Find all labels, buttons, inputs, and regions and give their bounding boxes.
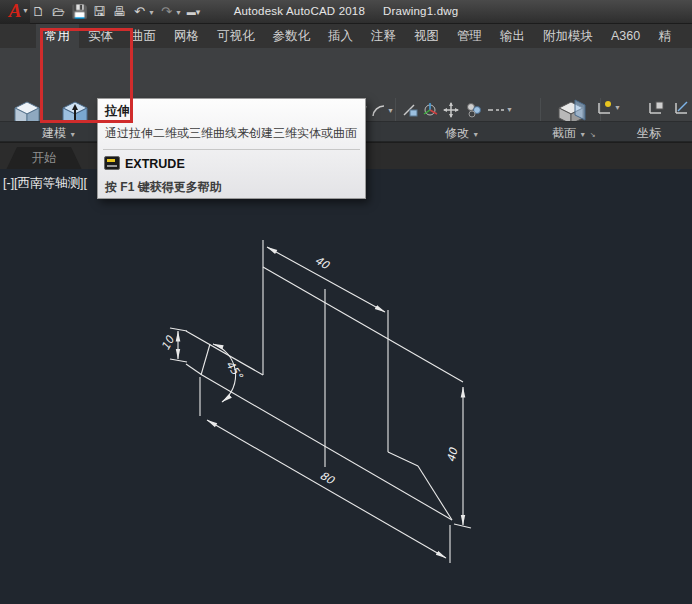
dim-text-left: 10 (159, 333, 178, 352)
ucs-world-icon[interactable] (596, 100, 613, 116)
dim-text-angle: 45° (223, 358, 246, 383)
chevron-down-icon: ▼ (579, 131, 586, 138)
top-edge (263, 267, 463, 382)
tooltip-command: EXTRUDE (125, 157, 185, 171)
drawing-viewport[interactable]: [-][西南等轴测][ (0, 169, 692, 604)
tab-a360[interactable]: A360 (602, 24, 649, 48)
fade-icon[interactable] (487, 106, 505, 114)
dialog-launcher-icon[interactable]: ↘ (590, 131, 596, 138)
upper-left-edge (186, 331, 263, 375)
chamfer-edge (201, 344, 210, 375)
tab-output[interactable]: 输出 (491, 24, 534, 48)
tab-mesh[interactable]: 网格 (165, 24, 208, 48)
viewport-controls[interactable]: [-][西南等轴测][ (3, 175, 87, 192)
lower-left-edge (186, 364, 202, 375)
panel-modify[interactable]: 修改 ▼ (445, 125, 479, 142)
move-3d-icon[interactable] (443, 102, 460, 118)
tooltip-description: 通过拉伸二维或三维曲线来创建三维实体或曲面 (105, 125, 357, 142)
panel-ucs[interactable]: 坐标 (637, 125, 661, 142)
dim-text-top: 40 (312, 254, 331, 273)
highlight-annotation-box (40, 28, 133, 123)
bevel-edge-1 (388, 452, 418, 466)
chevron-down-icon: ▼ (472, 131, 479, 138)
tab-parametric[interactable]: 参数化 (264, 24, 320, 48)
isometric-drawing: 40 80 40 10 45° (0, 169, 692, 604)
dim-text-right: 40 (445, 446, 461, 463)
start-tab[interactable]: 开始 (6, 147, 82, 170)
tab-featured-apps[interactable]: 精 (649, 24, 680, 48)
window-title: Autodesk AutoCAD 2018Drawing1.dwg (0, 5, 692, 17)
chevron-down-icon: ▼ (69, 131, 76, 138)
tab-annotate[interactable]: 注释 (362, 24, 405, 48)
rotate-3d-icon[interactable] (465, 102, 483, 118)
solid-history-icon[interactable] (402, 103, 419, 118)
tab-manage[interactable]: 管理 (448, 24, 491, 48)
dim-text-bottom: 80 (317, 469, 336, 488)
tab-visualize[interactable]: 可视化 (208, 24, 264, 48)
panel-modeling[interactable]: 建模 ▼ (42, 125, 76, 142)
gizmo-icon[interactable] (422, 102, 439, 118)
ucs-named-icon[interactable] (647, 100, 664, 116)
tab-view[interactable]: 视图 (405, 24, 448, 48)
extension-tick (170, 359, 187, 362)
bevel-edge-2 (418, 466, 452, 520)
extension-tick (170, 328, 187, 331)
chevron-down-icon[interactable]: ▼ (506, 106, 513, 113)
extrude-tooltip: 拉伸 通过拉伸二维或三维曲线来创建三维实体或曲面 EXTRUDE 按 F1 键获… (97, 98, 366, 199)
ucs-view-icon[interactable] (673, 100, 690, 116)
bottom-edge (202, 375, 452, 520)
panel-section[interactable]: 截面 ▼ ↘ (552, 125, 596, 142)
tooltip-divider (103, 149, 360, 150)
dim-line-80 (207, 420, 446, 558)
tab-insert[interactable]: 插入 (319, 24, 362, 48)
dimension-texts: 40 80 40 10 45° (159, 254, 461, 488)
tab-addins[interactable]: 附加模块 (534, 24, 602, 48)
chevron-down-icon[interactable]: ▼ (614, 104, 621, 111)
chevron-down-icon[interactable]: ▼ (387, 107, 394, 114)
command-line-icon (104, 156, 120, 170)
arc-icon[interactable] (371, 103, 387, 119)
tooltip-help-hint: 按 F1 键获得更多帮助 (105, 179, 222, 196)
title-bar: A▼ 🗋 🗁 💾 🖫 🖶 ↶ ▼ ↷ ▼ ▬▾ Autodesk AutoCAD… (0, 0, 692, 24)
